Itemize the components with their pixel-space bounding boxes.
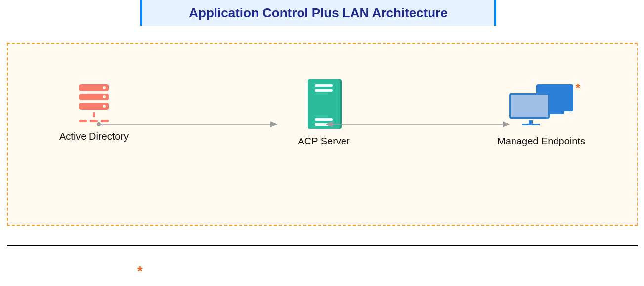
node-label-me: Managed Endpoints (492, 136, 591, 147)
node-managed-endpoints: * Managed Endpoints (492, 84, 591, 147)
connection-arrows (79, 117, 573, 132)
node-label-acp: ACP Server (274, 136, 373, 147)
footnote-asterisk: * (137, 263, 143, 279)
svg-point-2 (97, 122, 101, 126)
node-label-ad: Active Directory (44, 131, 143, 142)
divider-line (7, 245, 638, 246)
node-acp-server: ACP Server (274, 79, 373, 147)
asterisk-annotation: * (576, 81, 580, 95)
diagram-title: Application Control Plus LAN Architectur… (189, 5, 447, 21)
node-active-directory: Active Directory (44, 84, 143, 142)
title-banner: Application Control Plus LAN Architectur… (140, 0, 496, 26)
